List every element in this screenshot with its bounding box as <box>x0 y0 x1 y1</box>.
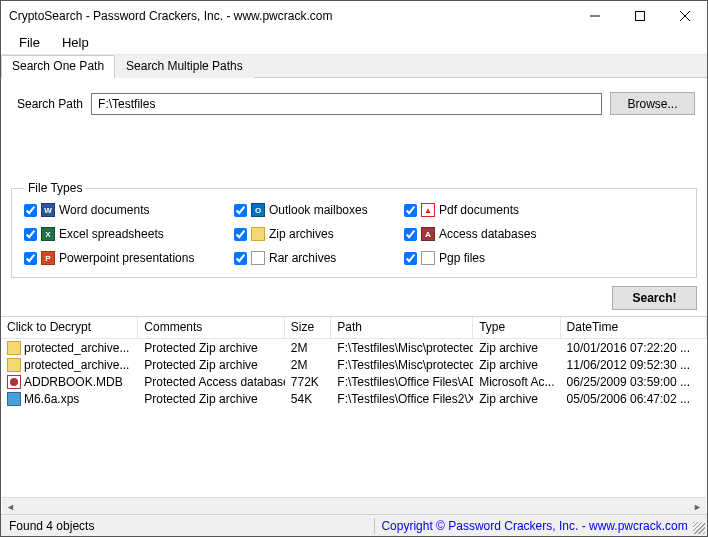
ppt-icon: P <box>41 251 55 265</box>
label-excel: Excel spreadsheets <box>59 227 164 241</box>
cell-path: F:\Testfiles\Office Files2\XPS\... <box>331 392 473 406</box>
checkbox-rar[interactable] <box>234 252 247 265</box>
col-size[interactable]: Size <box>285 317 332 338</box>
status-count: Found 4 objects <box>9 519 94 533</box>
file-icon <box>7 358 21 372</box>
table-row[interactable]: M6.6a.xpsProtected Zip archive54KF:\Test… <box>1 390 707 407</box>
checkbox-word[interactable] <box>24 204 37 217</box>
cell-name: protected_archive... <box>24 341 129 355</box>
results-table: Click to Decrypt Comments Size Path Type… <box>1 316 707 407</box>
cell-comments: Protected Zip archive <box>138 392 284 406</box>
checkbox-ppt[interactable] <box>24 252 37 265</box>
file-icon <box>7 375 21 389</box>
col-datetime[interactable]: DateTime <box>561 317 707 338</box>
status-copyright[interactable]: Copyright © Password Crackers, Inc. - ww… <box>381 519 687 533</box>
rar-icon <box>251 251 265 265</box>
cell-comments: Protected Zip archive <box>138 341 284 355</box>
checkbox-excel[interactable] <box>24 228 37 241</box>
check-outlook[interactable]: OOutlook mailboxes <box>234 203 394 217</box>
cell-type: Zip archive <box>473 392 560 406</box>
search-button[interactable]: Search! <box>612 286 697 310</box>
col-comments[interactable]: Comments <box>138 317 284 338</box>
access-icon: A <box>421 227 435 241</box>
close-button[interactable] <box>662 1 707 31</box>
checkbox-pgp[interactable] <box>404 252 417 265</box>
tab-strip: Search One Path Search Multiple Paths <box>1 55 707 78</box>
outlook-icon: O <box>251 203 265 217</box>
word-icon: W <box>41 203 55 217</box>
cell-datetime: 10/01/2016 07:22:20 ... <box>561 341 707 355</box>
col-path[interactable]: Path <box>331 317 473 338</box>
table-row[interactable]: ADDRBOOK.MDBProtected Access database772… <box>1 373 707 390</box>
cell-comments: Protected Zip archive <box>138 358 284 372</box>
cell-path: F:\Testfiles\Misc\protected_arc... <box>331 358 473 372</box>
scroll-left-icon[interactable]: ◄ <box>2 498 19 515</box>
cell-datetime: 05/05/2006 06:47:02 ... <box>561 392 707 406</box>
scroll-right-icon[interactable]: ► <box>689 498 706 515</box>
label-zip: Zip archives <box>269 227 334 241</box>
resize-grip-icon[interactable] <box>693 522 705 534</box>
search-path-label: Search Path <box>17 97 83 111</box>
scroll-track[interactable] <box>19 498 689 514</box>
file-icon <box>7 392 21 406</box>
checkbox-outlook[interactable] <box>234 204 247 217</box>
file-icon <box>7 341 21 355</box>
menu-help[interactable]: Help <box>52 32 99 53</box>
maximize-button[interactable] <box>617 1 662 31</box>
results-body: protected_archive...Protected Zip archiv… <box>1 339 707 407</box>
browse-button[interactable]: Browse... <box>610 92 695 115</box>
label-pdf: Pdf documents <box>439 203 519 217</box>
cell-size: 772K <box>285 375 332 389</box>
label-access: Access databases <box>439 227 536 241</box>
file-types-group: File Types WWord documents OOutlook mail… <box>11 181 697 278</box>
cell-comments: Protected Access database <box>138 375 284 389</box>
check-access[interactable]: AAccess databases <box>404 227 564 241</box>
check-rar[interactable]: Rar archives <box>234 251 394 265</box>
minimize-button[interactable] <box>572 1 617 31</box>
checkbox-access[interactable] <box>404 228 417 241</box>
cell-type: Zip archive <box>473 358 560 372</box>
checkbox-zip[interactable] <box>234 228 247 241</box>
cell-name: ADDRBOOK.MDB <box>24 375 123 389</box>
file-types-legend: File Types <box>24 181 86 195</box>
window-controls <box>572 1 707 31</box>
cell-name: protected_archive... <box>24 358 129 372</box>
titlebar[interactable]: CryptoSearch - Password Crackers, Inc. -… <box>1 1 707 31</box>
cell-type: Microsoft Ac... <box>473 375 560 389</box>
cell-path: F:\Testfiles\Office Files\ADDR... <box>331 375 473 389</box>
check-ppt[interactable]: PPowerpoint presentations <box>24 251 224 265</box>
menu-file[interactable]: File <box>9 32 50 53</box>
tab-search-one-path[interactable]: Search One Path <box>1 55 115 78</box>
results-header: Click to Decrypt Comments Size Path Type… <box>1 317 707 339</box>
table-row[interactable]: protected_archive...Protected Zip archiv… <box>1 356 707 373</box>
menubar: File Help <box>1 31 707 55</box>
search-panel: Search Path Browse... <box>1 78 707 121</box>
statusbar: Found 4 objects Copyright © Password Cra… <box>1 514 707 536</box>
cell-size: 54K <box>285 392 332 406</box>
tab-search-multiple-paths[interactable]: Search Multiple Paths <box>115 55 254 78</box>
cell-size: 2M <box>285 358 332 372</box>
col-decrypt[interactable]: Click to Decrypt <box>1 317 138 338</box>
check-excel[interactable]: XExcel spreadsheets <box>24 227 224 241</box>
checkbox-pdf[interactable] <box>404 204 417 217</box>
status-divider <box>374 518 375 534</box>
search-button-row: Search! <box>1 282 707 316</box>
cell-datetime: 06/25/2009 03:59:00 ... <box>561 375 707 389</box>
pgp-icon <box>421 251 435 265</box>
col-type[interactable]: Type <box>473 317 560 338</box>
horizontal-scrollbar[interactable]: ◄ ► <box>2 497 706 514</box>
label-rar: Rar archives <box>269 251 336 265</box>
check-pgp[interactable]: Pgp files <box>404 251 564 265</box>
search-path-input[interactable] <box>91 93 602 115</box>
cell-size: 2M <box>285 341 332 355</box>
cell-datetime: 11/06/2012 09:52:30 ... <box>561 358 707 372</box>
excel-icon: X <box>41 227 55 241</box>
label-word: Word documents <box>59 203 150 217</box>
check-zip[interactable]: Zip archives <box>234 227 394 241</box>
check-pdf[interactable]: ▲Pdf documents <box>404 203 564 217</box>
cell-path: F:\Testfiles\Misc\protected_arc... <box>331 341 473 355</box>
zip-icon <box>251 227 265 241</box>
label-ppt: Powerpoint presentations <box>59 251 194 265</box>
check-word[interactable]: WWord documents <box>24 203 224 217</box>
table-row[interactable]: protected_archive...Protected Zip archiv… <box>1 339 707 356</box>
